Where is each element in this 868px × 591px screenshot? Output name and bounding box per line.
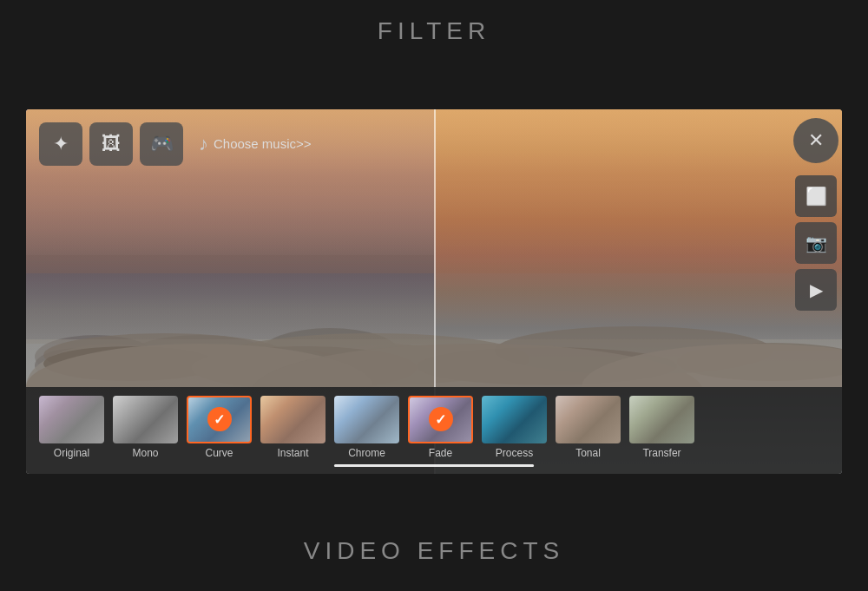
close-button[interactable]: ✕ — [793, 118, 838, 163]
filter-thumb-curve: ✓ — [187, 396, 252, 443]
filter-check-curve: ✓ — [207, 407, 232, 431]
filter-thumb-original — [39, 396, 104, 443]
music-button[interactable]: ♪ Choose music>> — [190, 128, 320, 161]
filter-thumb-fade: ✓ — [408, 396, 473, 443]
media-icon: ▶ — [810, 279, 823, 300]
media-button[interactable]: ▶ — [795, 269, 837, 311]
filter-thumb-transfer — [629, 396, 694, 443]
filter-strip: Original Mono ✓ Curve Instant — [26, 387, 842, 474]
camera-icon: 📷 — [806, 233, 827, 253]
filter-item-instant[interactable]: Instant — [260, 396, 326, 459]
filter-item-chrome[interactable]: Chrome — [334, 396, 399, 459]
filter-item-original[interactable]: Original — [39, 396, 104, 459]
music-label: Choose music>> — [214, 136, 312, 151]
filter-label-transfer: Transfer — [642, 447, 681, 459]
image-area: ✦ 🖼 🎮 ♪ Choose music>> ✕ ⬜ 📷 — [26, 109, 842, 474]
gamepad-icon: 🎮 — [150, 133, 174, 155]
music-note-icon: ♪ — [199, 133, 208, 155]
filter-label-mono: Mono — [132, 447, 158, 459]
filter-check-fade: ✓ — [429, 407, 453, 431]
filter-item-curve[interactable]: ✓ Curve — [187, 396, 252, 459]
video-frame-icon: ⬜ — [806, 186, 827, 207]
magic-button[interactable]: ✦ — [39, 122, 82, 166]
toolbar: ✦ 🖼 🎮 ♪ Choose music>> — [39, 122, 781, 166]
video-frame-button[interactable]: ⬜ — [795, 175, 837, 217]
filter-label-tonal: Tonal — [575, 447, 601, 459]
filter-label-process: Process — [496, 447, 533, 459]
filter-label-curve: Curve — [205, 447, 233, 459]
filter-item-fade[interactable]: ✓ Fade — [408, 396, 473, 459]
page-title: FILTER — [378, 17, 490, 45]
gamepad-button[interactable]: 🎮 — [140, 122, 183, 166]
filter-thumb-instant — [260, 396, 326, 443]
right-sidebar: ✕ ⬜ 📷 ▶ — [790, 109, 842, 319]
filter-thumb-chrome — [334, 396, 399, 443]
image-icon: 🖼 — [102, 133, 121, 155]
filter-label-original: Original — [54, 447, 89, 459]
filter-row: Original Mono ✓ Curve Instant — [39, 396, 829, 459]
filter-label-instant: Instant — [277, 447, 308, 459]
filter-label-fade: Fade — [429, 447, 452, 459]
image-button[interactable]: 🖼 — [89, 122, 133, 166]
filter-item-mono[interactable]: Mono — [113, 396, 178, 459]
filter-label-chrome: Chrome — [348, 447, 385, 459]
filter-item-tonal[interactable]: Tonal — [556, 396, 621, 459]
main-container: ✦ 🖼 🎮 ♪ Choose music>> ✕ ⬜ 📷 — [26, 109, 842, 474]
filter-thumb-process — [482, 396, 547, 443]
page-subtitle: VIDEO EFFECTS — [304, 537, 564, 565]
filter-thumb-tonal — [556, 396, 621, 443]
filter-thumb-mono — [113, 396, 178, 443]
close-icon: ✕ — [808, 129, 824, 152]
filter-item-transfer[interactable]: Transfer — [629, 396, 694, 459]
camera-button[interactable]: 📷 — [795, 222, 837, 264]
scroll-indicator — [39, 464, 829, 467]
magic-icon: ✦ — [53, 133, 69, 155]
filter-item-process[interactable]: Process — [482, 396, 547, 459]
scroll-thumb — [334, 464, 534, 467]
scroll-bar[interactable] — [334, 464, 534, 467]
